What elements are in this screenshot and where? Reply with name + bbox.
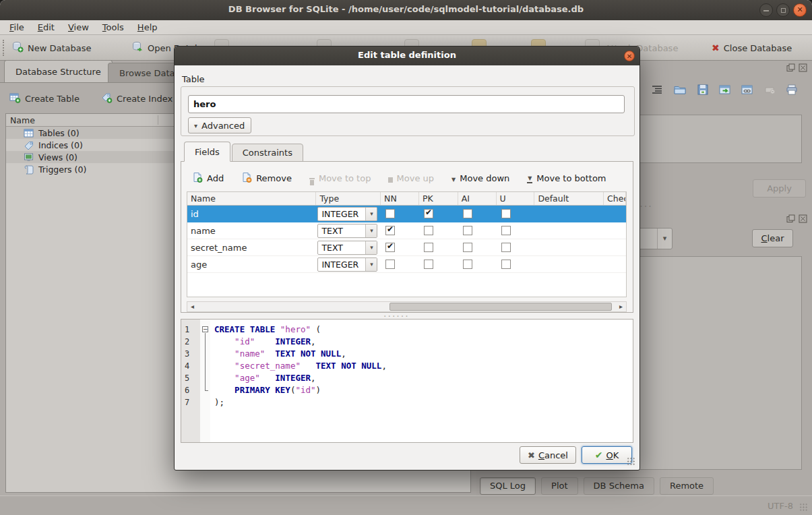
field-type-dropdown[interactable]: TEXT▾ (317, 241, 377, 255)
column-header-default[interactable]: Default (534, 192, 604, 205)
fold-collapse-icon[interactable]: − (202, 326, 208, 332)
column-header-check[interactable]: Check (604, 192, 626, 205)
cancel-button[interactable]: ✖ Cancel (520, 446, 576, 464)
dialog-close-button[interactable]: ✕ (624, 51, 635, 61)
field-row-name[interactable]: nameTEXT▾✔ (187, 222, 626, 239)
nn-checkbox[interactable] (385, 209, 395, 218)
field-row-secret_name[interactable]: secret_nameTEXT▾✔ (187, 239, 626, 256)
field-u-cell (497, 243, 535, 252)
menu-file[interactable]: File (3, 22, 31, 33)
ok-button[interactable]: ✔ OK (582, 446, 632, 464)
advanced-button[interactable]: ▾ Advanced (188, 117, 251, 133)
ai-checkbox[interactable] (463, 243, 472, 252)
menu-tools[interactable]: Tools (96, 22, 131, 33)
field-name-cell[interactable]: id (187, 209, 316, 219)
toolbar-drag-handle[interactable] (3, 40, 5, 56)
field-name-cell[interactable]: age (187, 260, 316, 270)
field-row-id[interactable]: idINTEGER▾✔ (187, 206, 626, 222)
ai-checkbox[interactable] (463, 260, 472, 269)
scroll-right-icon[interactable]: ▸ (616, 302, 626, 311)
u-checkbox[interactable] (501, 226, 511, 235)
u-checkbox[interactable] (501, 260, 511, 269)
import-icon[interactable] (671, 81, 689, 98)
bottom-tab-remote[interactable]: Remote (660, 477, 714, 495)
dialog-resize-grip[interactable] (627, 457, 635, 466)
tab-fields[interactable]: Fields (184, 142, 230, 162)
sql-text: "id" INTEGER, (214, 336, 316, 348)
window-resize-grip[interactable] (799, 503, 808, 512)
ok-icon: ✔ (595, 450, 603, 460)
dialog-titlebar: Edit table definition ✕ (175, 47, 639, 65)
column-header-pk[interactable]: PK (419, 192, 458, 205)
field-nn-cell: ✔ (381, 243, 419, 252)
move-to-bottom-button[interactable]: ▼Move to bottom (527, 172, 606, 184)
table-name-input[interactable] (188, 95, 625, 113)
chevron-down-icon: ▾ (365, 224, 377, 237)
window-close-button[interactable]: ✕ (793, 3, 807, 17)
pk-checkbox[interactable] (424, 226, 433, 235)
line-number: 4 (181, 360, 200, 372)
close-database-button[interactable]: ✖ Close Database (712, 40, 792, 56)
menu-help[interactable]: Help (131, 22, 164, 33)
nn-checkbox[interactable]: ✔ (385, 243, 395, 252)
field-type-dropdown[interactable]: INTEGER▾ (317, 207, 377, 221)
bottom-tab-plot[interactable]: Plot (541, 477, 578, 495)
cancel-label: Cancel (538, 450, 568, 460)
chevron-down-icon: ▾ (365, 241, 377, 254)
field-type-cell: INTEGER▾ (316, 258, 381, 272)
sql-text: "age" INTEGER, (214, 372, 316, 384)
export-icon[interactable] (694, 81, 712, 98)
create-index-icon (101, 92, 113, 105)
pk-checkbox[interactable] (424, 260, 433, 269)
pk-checkbox[interactable]: ✔ (424, 209, 433, 218)
create-index-button[interactable]: Create Index (101, 90, 173, 107)
tab-database-structure[interactable]: Database Structure (4, 60, 113, 82)
minimize-button[interactable] (759, 3, 773, 17)
maximize-button[interactable] (776, 3, 790, 17)
u-checkbox[interactable] (501, 243, 511, 252)
dock-float-icon[interactable] (786, 214, 795, 223)
field-type-dropdown[interactable]: INTEGER▾ (317, 258, 377, 272)
tree-item-label: Indices (0) (38, 140, 83, 150)
dock-close-icon[interactable] (799, 63, 807, 72)
field-name-cell[interactable]: name (187, 226, 316, 236)
nn-checkbox[interactable]: ✔ (385, 226, 395, 235)
print-icon[interactable] (783, 81, 801, 98)
u-checkbox[interactable] (501, 209, 511, 218)
column-header-type[interactable]: Type (316, 192, 381, 205)
move-up-icon: ▲ (388, 173, 392, 183)
column-header-u[interactable]: U (497, 192, 535, 205)
scrollbar-handle[interactable] (389, 303, 612, 311)
pk-checkbox[interactable] (424, 243, 433, 252)
column-header-nn[interactable]: NN (381, 192, 419, 205)
scroll-left-icon[interactable]: ◂ (187, 302, 197, 311)
tab-constraints[interactable]: Constraints (232, 144, 303, 162)
add-button[interactable]: Add (192, 172, 224, 185)
link-icon[interactable] (739, 81, 756, 98)
ai-checkbox[interactable] (463, 226, 472, 235)
bottom-tab-db-schema[interactable]: DB Schema (584, 477, 654, 495)
field-u-cell (497, 226, 535, 235)
clear-button[interactable]: Clear (752, 229, 793, 247)
tree-item-label: Tables (0) (38, 128, 80, 138)
menu-view[interactable]: View (61, 22, 96, 33)
move-down-button[interactable]: ▼Move down (451, 173, 509, 183)
remove-button[interactable]: Remove (241, 172, 292, 185)
dock-float-icon[interactable] (786, 63, 795, 72)
ai-checkbox[interactable] (463, 209, 472, 218)
create-table-button[interactable]: Create Table (9, 90, 80, 107)
menu-edit[interactable]: Edit (31, 22, 61, 33)
dock-close-icon[interactable] (799, 214, 807, 223)
column-header-name[interactable]: Name (187, 192, 316, 205)
column-header-ai[interactable]: AI (458, 192, 497, 205)
field-name-cell[interactable]: secret_name (187, 243, 316, 253)
field-row-age[interactable]: ageINTEGER▾ (187, 256, 626, 273)
field-type-dropdown[interactable]: TEXT▾ (317, 224, 377, 238)
advanced-label: Advanced (201, 121, 245, 131)
new-database-button[interactable]: New Database (12, 40, 92, 56)
open-in-window-icon[interactable] (716, 81, 734, 98)
bottom-tab-sql-log[interactable]: SQL Log (480, 477, 536, 495)
indent-icon[interactable] (648, 81, 666, 98)
table-groupbox: ▾ Advanced (181, 86, 635, 136)
nn-checkbox[interactable] (385, 260, 395, 269)
